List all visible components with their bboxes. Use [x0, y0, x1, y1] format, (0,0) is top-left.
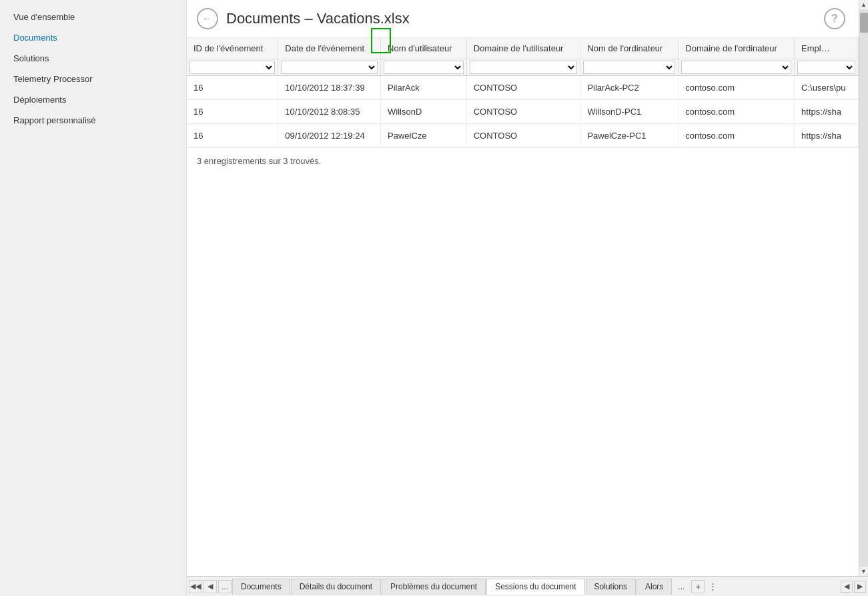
sidebar-item-telemetry-processor[interactable]: Telemetry Processor — [0, 69, 186, 89]
cell-username: WillsonD — [381, 100, 467, 124]
sidebar-item-rapport-personnalise[interactable]: Rapport personnalisé — [0, 110, 186, 131]
cell-computer-domain: contoso.com — [679, 100, 795, 124]
cell-computer-domain: contoso.com — [679, 124, 795, 148]
col-header-id: ID de l'événement — [187, 38, 278, 59]
cell-domain: CONTOSO — [466, 124, 580, 148]
filter-location[interactable] — [795, 59, 859, 76]
cell-domain: CONTOSO — [466, 100, 580, 124]
filter-computer[interactable] — [580, 59, 679, 76]
cell-date: 10/10/2012 8:08:35 — [278, 100, 381, 124]
cell-username: PilarAck — [381, 76, 467, 100]
page-title: Documents – Vacations.xlsx — [226, 10, 824, 27]
col-header-date: Date de l'événement — [278, 38, 381, 59]
cell-location: C:\users\pu — [795, 76, 859, 100]
table-row: 16 10/10/2012 8:08:35 WillsonD CONTOSO W… — [187, 100, 859, 124]
tab-nav-prev-prev[interactable]: ◀◀ — [189, 580, 202, 593]
filter-computer-domain[interactable] — [679, 59, 795, 76]
tab-scroll-left[interactable]: ◀ — [841, 581, 853, 593]
cell-id: 16 — [187, 76, 278, 100]
table-row: 16 10/10/2012 18:37:39 PilarAck CONTOSO … — [187, 76, 859, 100]
tab-scroll-right[interactable]: ▶ — [854, 581, 866, 593]
col-header-location: Empl… — [795, 38, 859, 59]
sidebar-item-solutions[interactable]: Solutions — [0, 48, 186, 69]
back-icon: ← — [202, 13, 213, 25]
tab-solutions[interactable]: Solutions — [586, 579, 636, 595]
filter-username[interactable] — [381, 59, 467, 76]
tab-sessions-document[interactable]: Sessions du document — [486, 579, 584, 595]
tab-options-button[interactable]: ⋮ — [706, 581, 720, 591]
filter-row — [187, 59, 859, 76]
cell-id: 16 — [187, 124, 278, 148]
col-header-username: Nom d'utilisateur — [381, 38, 467, 59]
content-area: ← Documents – Vacations.xlsx ? ID de l'é… — [187, 0, 859, 576]
cell-date: 09/10/2012 12:19:24 — [278, 124, 381, 148]
cell-location: https://sha — [795, 124, 859, 148]
col-header-computer: Nom de l'ordinateur — [580, 38, 679, 59]
col-header-computer-domain: Domaine de l'ordinateur — [679, 38, 795, 59]
sidebar-item-deploiements[interactable]: Déploiements — [0, 89, 186, 110]
sidebar-item-documents[interactable]: Documents — [0, 27, 186, 48]
selection-indicator — [371, 28, 391, 53]
cell-location: https://sha — [795, 100, 859, 124]
scrollbar-track[interactable] — [859, 9, 869, 567]
sidebar-item-vue-ensemble[interactable]: Vue d'ensemble — [0, 7, 186, 27]
filter-id[interactable] — [187, 59, 278, 76]
column-header-row: ID de l'événement Date de l'événement No… — [187, 38, 859, 59]
table-container: ID de l'événement Date de l'événement No… — [187, 38, 859, 576]
col-header-user-domain: Domaine de l'utilisateur — [466, 38, 580, 59]
tab-nav-more[interactable]: ... — [218, 580, 232, 593]
cell-id: 16 — [187, 100, 278, 124]
cell-computer: PawelCze-PC1 — [580, 124, 679, 148]
tab-problemes-document[interactable]: Problèmes du document — [382, 579, 486, 595]
tab-documents[interactable]: Documents — [232, 579, 290, 595]
vertical-scrollbar[interactable]: ▲ ▼ — [859, 0, 868, 576]
scrollbar-thumb[interactable] — [860, 13, 868, 33]
table-row: 16 09/10/2012 12:19:24 PawelCze CONTOSO … — [187, 124, 859, 148]
cell-domain: CONTOSO — [466, 76, 580, 100]
filter-user-domain[interactable] — [466, 59, 580, 76]
sidebar: Vue d'ensemble Documents Solutions Telem… — [0, 0, 187, 596]
tab-more-button[interactable]: ... — [673, 581, 690, 593]
tab-details-document[interactable]: Détails du document — [291, 579, 381, 595]
content-header: ← Documents – Vacations.xlsx ? — [187, 0, 859, 38]
tab-nav-prev[interactable]: ◀ — [203, 580, 217, 593]
scroll-up-arrow[interactable]: ▲ — [859, 0, 869, 9]
filter-date[interactable] — [278, 59, 381, 76]
help-icon: ? — [831, 13, 838, 25]
tab-scroll-buttons: ◀ ▶ — [840, 581, 867, 593]
cell-username: PawelCze — [381, 124, 467, 148]
cell-computer: PilarAck-PC2 — [580, 76, 679, 100]
cell-computer: WillsonD-PC1 — [580, 100, 679, 124]
bottom-tab-bar: ◀◀ ◀ ... Documents Détails du document P… — [187, 576, 868, 596]
help-button[interactable]: ? — [824, 8, 845, 29]
scroll-down-arrow[interactable]: ▼ — [859, 567, 869, 576]
cell-computer-domain: contoso.com — [679, 76, 795, 100]
record-count: 3 enregistrements sur 3 trouvés. — [187, 148, 859, 174]
cell-date: 10/10/2012 18:37:39 — [278, 76, 381, 100]
tab-add-button[interactable]: + — [691, 580, 705, 593]
tab-alors[interactable]: Alors — [636, 579, 672, 595]
back-button[interactable]: ← — [197, 8, 218, 29]
events-table: ID de l'événement Date de l'événement No… — [187, 38, 859, 148]
